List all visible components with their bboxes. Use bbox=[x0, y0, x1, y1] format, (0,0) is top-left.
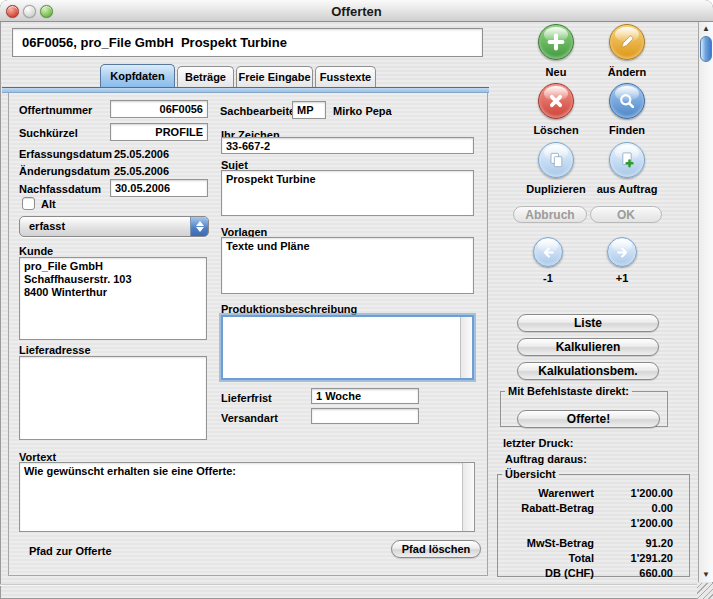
tab-fusstexte[interactable]: Fusstexte bbox=[315, 66, 376, 87]
ihr-zeichen-field[interactable] bbox=[221, 137, 474, 154]
uebersicht-row: 1'200.00 bbox=[506, 516, 681, 531]
status-dropdown-value: erfasst bbox=[29, 220, 65, 232]
lieferfrist-label: Lieferfrist bbox=[221, 392, 272, 404]
uebersicht-row-label: Rabatt-Betrag bbox=[506, 501, 594, 516]
uebersicht-rows: Warenwert 1'200.00 Rabatt-Betrag 0.00 1'… bbox=[506, 486, 681, 581]
form-panel: Offertnummer Suchkürzel Erfassungsdatum … bbox=[8, 93, 488, 576]
uebersicht-row-value: 0.00 bbox=[594, 501, 681, 516]
tab-kopfdaten[interactable]: Kopfdaten bbox=[100, 64, 175, 87]
finden-label: Finden bbox=[591, 124, 663, 136]
next-record-button[interactable] bbox=[607, 237, 637, 267]
uebersicht-group: Übersicht Warenwert 1'200.00 Rabatt-Betr… bbox=[497, 468, 690, 577]
window-title: Offerten bbox=[0, 4, 713, 19]
pfad-loeschen-button[interactable]: Pfad löschen bbox=[391, 540, 481, 558]
status-dropdown[interactable]: erfasst bbox=[19, 216, 209, 237]
offertnummer-label: Offertnummer bbox=[19, 104, 92, 116]
next-record-label: +1 bbox=[602, 272, 642, 284]
duplizieren-label: Duplizieren bbox=[519, 183, 593, 195]
aendern-label: Ändern bbox=[591, 66, 663, 78]
aenderungsdatum-value: 25.05.2006 bbox=[114, 165, 169, 177]
page-import-icon bbox=[617, 150, 637, 170]
aendern-button[interactable] bbox=[609, 24, 645, 60]
scroll-up-icon[interactable]: ▲ bbox=[699, 23, 713, 35]
offertnummer-field[interactable] bbox=[110, 100, 208, 118]
alt-checkbox[interactable] bbox=[22, 197, 35, 210]
nachfassdatum-label: Nachfassdatum bbox=[19, 183, 101, 195]
finden-button[interactable] bbox=[609, 83, 645, 119]
alt-checkbox-label: Alt bbox=[41, 198, 56, 210]
uebersicht-row-label bbox=[506, 516, 594, 531]
produktionsbeschreibung-box bbox=[221, 315, 474, 380]
befehlstaste-group-label: Mit Befehlstaste direkt: bbox=[505, 385, 632, 397]
sachbearbeiter-name: Mirko Pepa bbox=[333, 105, 392, 117]
abbruch-button[interactable]: Abbruch bbox=[513, 206, 587, 223]
liste-button[interactable]: Liste bbox=[517, 314, 659, 332]
uebersicht-row-label: Warenwert bbox=[506, 486, 594, 501]
letzter-druck-label: letzter Druck: bbox=[503, 437, 573, 449]
loeschen-label: Löschen bbox=[520, 124, 592, 136]
erfassungsdatum-label: Erfassungsdatum bbox=[19, 148, 112, 160]
popup-arrows-icon bbox=[190, 217, 208, 236]
uebersicht-row: Rabatt-Betrag 0.00 bbox=[506, 501, 681, 516]
vortext-scrollbar[interactable] bbox=[462, 463, 474, 531]
uebersicht-row-value: 1'200.00 bbox=[594, 516, 681, 531]
uebersicht-row-value: 91.20 bbox=[594, 536, 681, 551]
copy-pages-icon bbox=[546, 150, 566, 170]
resize-grip[interactable] bbox=[697, 583, 713, 599]
versandart-field[interactable] bbox=[311, 408, 419, 424]
sachbearbeiter-code-field[interactable] bbox=[292, 101, 326, 119]
nachfassdatum-field[interactable] bbox=[110, 179, 208, 197]
uebersicht-row: Warenwert 1'200.00 bbox=[506, 486, 681, 501]
record-summary-field[interactable] bbox=[12, 28, 483, 57]
aus-auftrag-button[interactable] bbox=[609, 142, 645, 178]
aenderungsdatum-label: Änderungsdatum bbox=[19, 165, 110, 177]
lieferfrist-field[interactable] bbox=[311, 388, 419, 404]
tab-freie-eingabe[interactable]: Freie Eingabe bbox=[236, 66, 313, 87]
uebersicht-row-label: DB (CHF) bbox=[506, 566, 594, 581]
sujet-field[interactable]: Prospekt Turbine bbox=[221, 170, 474, 216]
suchkuerzel-label: Suchkürzel bbox=[19, 127, 78, 139]
offerte-button[interactable]: Offerte! bbox=[517, 410, 660, 428]
pfad-zur-offerte-label: Pfad zur Offerte bbox=[29, 545, 112, 557]
scroll-down-icon[interactable]: ▼ bbox=[699, 569, 713, 581]
uebersicht-row-label: Total bbox=[506, 551, 594, 566]
scrollbar-thumb[interactable] bbox=[700, 36, 712, 62]
uebersicht-row: MwSt-Betrag 91.20 bbox=[506, 536, 681, 551]
uebersicht-row-label: MwSt-Betrag bbox=[506, 536, 594, 551]
duplizieren-button[interactable] bbox=[538, 142, 574, 178]
uebersicht-row: DB (CHF) 660.00 bbox=[506, 566, 681, 581]
app-window: Offerten Kopfdaten Beträge Freie Eingabe… bbox=[0, 0, 713, 599]
produktionsbeschreibung-field[interactable] bbox=[223, 317, 460, 378]
lieferadresse-field[interactable] bbox=[19, 356, 207, 440]
kunde-label: Kunde bbox=[19, 245, 53, 257]
kunde-field[interactable]: pro_File GmbH Schaffhauserstr. 103 8400 … bbox=[19, 257, 207, 340]
vortext-field[interactable]: Wie gewünscht erhalten sie eine Offerte: bbox=[20, 463, 462, 531]
prev-record-label: -1 bbox=[528, 272, 568, 284]
sachbearbeiter-label: Sachbearbeiter bbox=[220, 105, 299, 117]
auftrag-daraus-label: Auftrag daraus: bbox=[505, 453, 587, 465]
aus-auftrag-label: aus Auftrag bbox=[590, 183, 664, 195]
neu-button[interactable] bbox=[538, 24, 574, 60]
magnifier-icon bbox=[617, 91, 637, 111]
window-scrollbar[interactable]: ▲ ▼ bbox=[698, 22, 713, 582]
bottom-divider bbox=[0, 584, 698, 586]
erfassungsdatum-value: 25.05.2006 bbox=[114, 148, 169, 160]
produktionsbeschreibung-scrollbar[interactable] bbox=[460, 317, 472, 378]
uebersicht-row: Total 1'291.20 bbox=[506, 551, 681, 566]
prev-record-button[interactable] bbox=[533, 237, 563, 267]
tab-betraege[interactable]: Beträge bbox=[177, 66, 234, 87]
vortext-box: Wie gewünscht erhalten sie eine Offerte: bbox=[19, 462, 475, 532]
kalkulationsbem-button[interactable]: Kalkulationsbem. bbox=[517, 362, 659, 380]
uebersicht-row-value: 1'291.20 bbox=[594, 551, 681, 566]
kalkulieren-button[interactable]: Kalkulieren bbox=[517, 338, 659, 356]
neu-label: Neu bbox=[520, 66, 592, 78]
vorlagen-field[interactable]: Texte und Pläne bbox=[221, 237, 474, 294]
uebersicht-row-value: 1'200.00 bbox=[594, 486, 681, 501]
versandart-label: Versandart bbox=[221, 412, 278, 424]
uebersicht-row-value: 660.00 bbox=[594, 566, 681, 581]
loeschen-button[interactable] bbox=[538, 83, 574, 119]
suchkuerzel-field[interactable] bbox=[110, 123, 208, 141]
arrow-left-icon bbox=[540, 244, 557, 261]
titlebar: Offerten bbox=[0, 0, 713, 22]
ok-button[interactable]: OK bbox=[590, 206, 662, 223]
